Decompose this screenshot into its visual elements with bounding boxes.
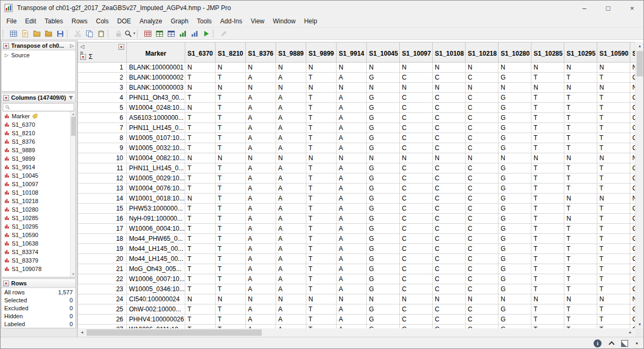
genotype-cell[interactable]: T	[597, 244, 630, 254]
vscroll-track[interactable]	[636, 50, 644, 320]
genotype-cell[interactable]: T	[306, 194, 337, 204]
genotype-cell[interactable]: A	[246, 244, 276, 254]
minimize-button[interactable]: –	[572, 0, 596, 16]
genotype-cell[interactable]: T	[185, 234, 216, 244]
genotype-cell[interactable]: N	[185, 294, 216, 304]
column-item-s1_8376[interactable]: S1_8376	[2, 137, 70, 146]
genotype-cell[interactable]: G	[367, 163, 400, 173]
hscroll-track[interactable]	[87, 328, 626, 337]
genotype-cell[interactable]: C	[466, 163, 499, 173]
genotype-cell[interactable]: T	[597, 284, 630, 294]
row-number[interactable]: 7	[78, 123, 127, 133]
genotype-cell[interactable]: T	[185, 315, 216, 325]
marker-cell[interactable]: W10004_0248:10...	[127, 103, 185, 113]
genotype-cell[interactable]: T	[564, 224, 597, 234]
genotype-cell[interactable]: C	[630, 123, 636, 133]
genotype-cell[interactable]: C	[433, 93, 466, 103]
menu-tables[interactable]: Tables	[40, 16, 67, 27]
row-number[interactable]: 20	[78, 254, 127, 264]
genotype-cell[interactable]: T	[216, 103, 246, 113]
genotype-cell[interactable]: N	[564, 63, 597, 73]
genotype-cell[interactable]: T	[531, 234, 564, 244]
genotype-cell[interactable]: A	[246, 315, 276, 325]
row-number[interactable]: 9	[78, 143, 127, 153]
column-item-s1_9914[interactable]: S1_9914	[2, 163, 70, 171]
genotype-cell[interactable]: A	[276, 315, 306, 325]
column-item-s1_83374[interactable]: S1_83374	[2, 248, 70, 256]
column-header-s1_9914[interactable]: S1_9914	[337, 42, 367, 63]
genotype-cell[interactable]: T	[306, 73, 337, 83]
genotype-cell[interactable]: N	[433, 63, 466, 73]
genotype-cell[interactable]: C	[400, 163, 433, 173]
genotype-cell[interactable]: C	[466, 254, 499, 264]
genotype-cell[interactable]: N	[531, 83, 564, 93]
genotype-cell[interactable]: C	[400, 244, 433, 254]
genotype-cell[interactable]: A	[276, 284, 306, 294]
list-scroll-up-icon[interactable]	[71, 111, 75, 117]
column-header-s1_6370[interactable]: S1_6370	[185, 42, 216, 63]
genotype-cell[interactable]: N	[597, 194, 630, 204]
genotype-cell[interactable]: N	[597, 83, 630, 93]
genotype-cell[interactable]: C	[433, 234, 466, 244]
column-header-s1_10045[interactable]: S1_10045	[367, 42, 400, 63]
column-item-s1_10285[interactable]: S1_10285	[2, 214, 70, 222]
list-scroll-thumb[interactable]	[71, 117, 75, 136]
genotype-cell[interactable]: T	[216, 204, 246, 214]
menu-graph[interactable]: Graph	[166, 16, 192, 27]
genotype-cell[interactable]: N	[597, 153, 630, 163]
genotype-cell[interactable]: N	[499, 153, 531, 163]
genotype-cell[interactable]: A	[276, 325, 306, 329]
column-header-s1_10108[interactable]: S1_10108	[433, 42, 466, 63]
genotype-cell[interactable]: A	[246, 204, 276, 214]
marker-cell[interactable]: W10005_0107:10...	[127, 133, 185, 143]
genotype-cell[interactable]: T	[564, 123, 597, 133]
genotype-cell[interactable]: C	[466, 194, 499, 204]
genotype-cell[interactable]: T	[185, 254, 216, 264]
genotype-cell[interactable]: N	[337, 63, 367, 73]
sort-ascending-button[interactable]	[177, 28, 188, 39]
genotype-cell[interactable]: T	[564, 103, 597, 113]
list-scroll-down-icon[interactable]	[71, 272, 75, 277]
genotype-cell[interactable]: A	[246, 264, 276, 274]
genotype-cell[interactable]: C	[400, 204, 433, 214]
genotype-cell[interactable]: N	[216, 63, 246, 73]
genotype-cell[interactable]: C	[630, 173, 636, 184]
column-item-s1_9899[interactable]: S1_9899	[2, 154, 70, 163]
genotype-cell[interactable]: N	[306, 63, 337, 73]
genotype-cell[interactable]: C	[433, 173, 466, 184]
genotype-cell[interactable]: C	[466, 315, 499, 325]
row-number[interactable]: 8	[78, 133, 127, 143]
genotype-cell[interactable]: T	[216, 234, 246, 244]
genotype-cell[interactable]: T	[531, 325, 564, 329]
genotype-cell[interactable]: A	[337, 113, 367, 123]
genotype-cell[interactable]: T	[564, 173, 597, 184]
genotype-cell[interactable]: G	[499, 214, 531, 224]
genotype-cell[interactable]: C	[433, 325, 466, 329]
scroll-down-icon[interactable]	[636, 320, 644, 328]
marker-cell[interactable]: Mo44_LH145_00...	[127, 254, 185, 264]
genotype-cell[interactable]: T	[531, 224, 564, 234]
genotype-cell[interactable]: T	[216, 224, 246, 234]
genotype-cell[interactable]: N	[433, 153, 466, 163]
genotype-cell[interactable]: T	[185, 264, 216, 274]
genotype-cell[interactable]: T	[531, 194, 564, 204]
column-item-s1_10045[interactable]: S1_10045	[2, 171, 70, 180]
genotype-cell[interactable]: G	[499, 143, 531, 153]
genotype-cell[interactable]: N	[337, 294, 367, 304]
genotype-cell[interactable]: A	[246, 184, 276, 194]
genotype-cell[interactable]: N	[564, 83, 597, 93]
run-script-button[interactable]	[200, 28, 212, 39]
genotype-cell[interactable]: T	[597, 184, 630, 194]
genotype-cell[interactable]: C	[400, 103, 433, 113]
genotype-cell[interactable]: T	[306, 204, 337, 214]
collapse-panels-icon[interactable]	[80, 43, 84, 49]
row-number[interactable]: 5	[78, 103, 127, 113]
genotype-cell[interactable]: C	[466, 304, 499, 315]
jmp-logo-icon[interactable]	[4, 4, 13, 12]
genotype-cell[interactable]: T	[597, 113, 630, 123]
column-item-s1_9889[interactable]: S1_9889	[2, 146, 70, 154]
genotype-cell[interactable]: C	[630, 234, 636, 244]
genotype-cell[interactable]: C	[433, 274, 466, 284]
columns-search[interactable]	[3, 103, 74, 111]
genotype-cell[interactable]: T	[597, 254, 630, 264]
